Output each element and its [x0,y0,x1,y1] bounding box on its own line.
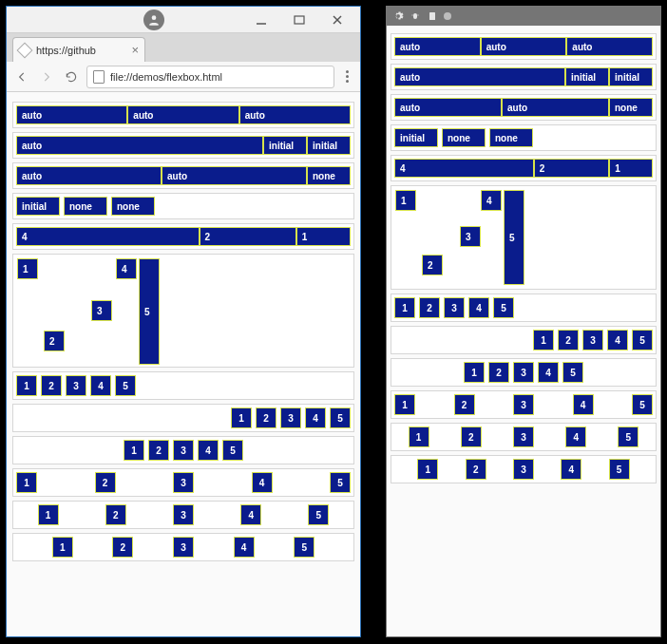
flex-row-auto-none: auto auto none [12,162,354,189]
flex-cell: 4 [481,190,502,211]
flex-cell: 2 [488,362,509,383]
flex-cell: 3 [173,537,194,558]
flex-cell: 1 [533,330,554,350]
flex-cell: 4 [16,227,200,246]
flex-cell: 5 [222,440,243,461]
tab-title: https://github [36,45,125,56]
browser-tab[interactable]: https://github × [12,37,145,62]
flex-cell: 5 [562,362,583,383]
flex-cell: initial [263,136,307,155]
flex-cell: 3 [91,300,112,321]
flex-cell: auto [394,37,481,56]
gear-icon [392,10,404,22]
flex-justify-start: 1 2 3 4 5 [391,294,657,322]
clipboard-icon [427,10,438,22]
flex-cell: 2 [44,331,65,351]
flex-cell: auto [16,136,263,155]
reload-button[interactable] [62,67,81,86]
flex-cell: 1 [296,227,351,246]
flex-cell: 3 [444,297,465,318]
flex-justify-evenly: 1 2 3 4 5 [391,455,657,483]
flex-cell: 3 [513,459,534,480]
flex-cell: 2 [422,255,443,275]
flex-cell: 3 [582,330,603,350]
flex-cell: auto [394,98,502,117]
flex-row-auto-initial: auto initial initial [12,132,354,159]
address-bar[interactable]: file://demos/flexbox.html [86,66,334,88]
flex-cell: 2 [461,426,482,447]
flex-cell: 3 [513,426,534,447]
flex-cell: 5 [632,330,653,350]
flex-justify-around: 1 2 3 4 5 [391,423,657,451]
forward-button[interactable] [37,67,56,86]
desktop-viewport[interactable]: auto auto auto auto initial initial auto… [7,92,360,636]
close-icon[interactable]: × [131,44,139,56]
flex-cell: 4 [252,472,273,493]
android-viewport[interactable]: auto auto auto auto initial initial auto… [387,26,660,636]
flex-cell: 1 [464,362,485,383]
flex-cell: 2 [466,459,486,480]
back-button[interactable] [12,67,31,86]
android-device-window: auto auto auto auto initial initial auto… [386,6,661,637]
flex-row-auto3: auto auto auto [391,33,657,60]
tab-favicon-icon [17,42,33,58]
flex-cell: 3 [66,375,86,396]
flex-cell: none [489,128,533,147]
browser-toolbar: file://demos/flexbox.html [7,62,360,92]
flex-cell: 1 [417,459,438,480]
flex-row-421: 4 2 1 [12,223,354,250]
flex-cell: 5 [504,190,524,285]
flex-cell: 4 [565,426,586,447]
flex-cell: initial [307,136,351,155]
flex-cell: 5 [330,472,351,493]
window-maximize-button[interactable] [280,9,318,30]
status-dot-icon [444,12,451,20]
flex-row-initial-none: initial none none [12,193,354,219]
flex-row-421: 4 2 1 [391,155,657,181]
flex-cell: auto [16,166,162,185]
flex-cell: auto [502,98,609,117]
flex-cell: 4 [90,375,111,396]
flex-cell: 4 [198,440,219,461]
flex-cell: none [442,128,486,147]
flex-cell: 4 [573,394,594,415]
flex-align-demo: 1 2 3 4 5 [12,254,354,368]
flex-cell: 2 [534,159,609,178]
flex-cell: 3 [513,394,534,415]
flex-justify-evenly: 1 2 3 4 5 [12,533,354,561]
svg-point-0 [152,15,157,20]
svg-rect-2 [295,16,304,24]
flex-cell: initial [394,128,438,147]
user-profile-icon[interactable] [143,9,164,30]
flex-cell: 1 [124,440,144,461]
desktop-browser-window: https://github × file://demos/flexbox.ht… [6,6,361,637]
bug-icon [410,10,421,22]
flex-cell: auto [239,105,351,124]
flex-cell: initial [609,67,653,86]
flex-cell: none [64,197,107,216]
flex-cell: 4 [305,407,326,428]
android-statusbar [387,7,660,26]
window-minimize-button[interactable] [242,9,280,30]
flex-cell: 1 [394,394,415,415]
flex-cell: 2 [95,472,116,493]
flex-justify-around: 1 2 3 4 5 [12,501,354,529]
kebab-menu-icon[interactable] [340,70,354,83]
flex-cell: 5 [618,426,638,447]
flex-cell: auto [16,105,127,124]
flex-cell: 4 [607,330,628,350]
flex-cell: 1 [16,472,37,493]
flex-cell: 5 [139,258,160,365]
flex-cell: initial [565,67,609,86]
flex-cell: 5 [493,297,514,318]
svg-rect-8 [429,12,435,20]
url-text: file://demos/flexbox.html [110,71,222,83]
svg-rect-5 [413,13,417,19]
flex-justify-end: 1 2 3 4 5 [391,326,657,354]
window-close-button[interactable] [318,9,356,30]
flex-justify-start: 1 2 3 4 5 [12,371,354,400]
flex-cell: 5 [308,504,329,525]
flex-cell: 4 [468,297,489,318]
flex-cell: 4 [538,362,559,383]
flex-cell: 3 [173,440,194,461]
